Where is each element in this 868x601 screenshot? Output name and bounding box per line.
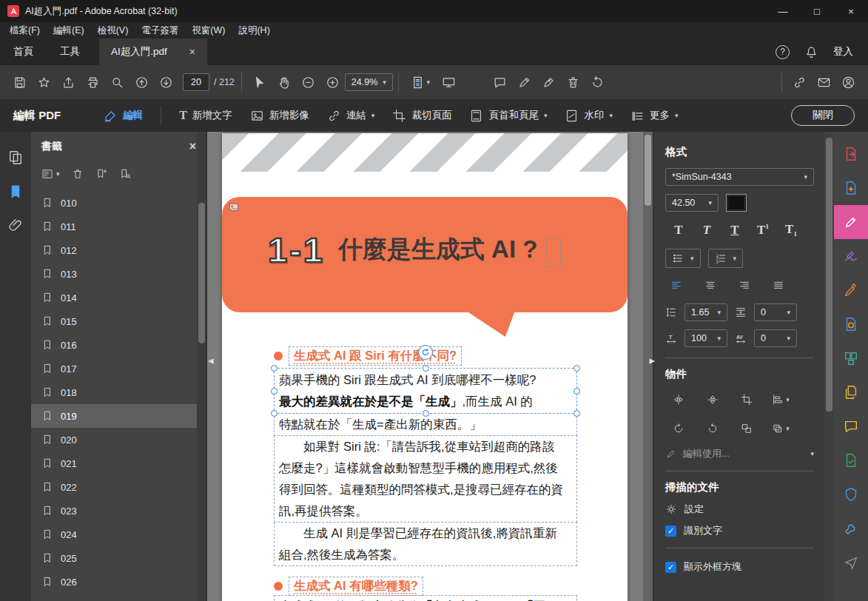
- tab-close-icon[interactable]: ×: [189, 46, 195, 58]
- bookmark-item[interactable]: 017: [31, 357, 197, 380]
- menu-edit[interactable]: 編輯(E): [47, 24, 91, 37]
- selection-handle-se[interactable]: [573, 410, 580, 417]
- font-size-dropdown[interactable]: 42.50▾: [665, 194, 719, 212]
- settings-button[interactable]: 設定: [665, 503, 814, 516]
- superscript-button[interactable]: T1: [750, 220, 776, 241]
- notifications-bell-icon[interactable]: [804, 45, 818, 59]
- selection-handle-n[interactable]: [423, 365, 429, 372]
- text-box[interactable]: 生成 AI 則是學習已經存在的資訊後,將資訊重新 組合,然後生成為答案。: [274, 522, 577, 566]
- rotate-handle[interactable]: [418, 345, 433, 360]
- text-box[interactable]: 如果對 Siri 說:「請告訴我,從車站到超商的路該 怎麼走?」這樣就會啟動智慧…: [274, 435, 577, 523]
- tool-convert-pdf[interactable]: [834, 307, 868, 341]
- rotate-left-button[interactable]: [665, 418, 692, 439]
- selection-handle-e[interactable]: [573, 388, 580, 394]
- align-right-button[interactable]: [733, 276, 756, 295]
- star-button[interactable]: [32, 70, 56, 94]
- search-button[interactable]: [105, 70, 129, 94]
- page-display-dropdown[interactable]: ▾: [404, 70, 437, 94]
- recognize-text-checkbox[interactable]: ✓ 識別文字: [665, 524, 814, 537]
- horizontal-scale-dropdown[interactable]: 100▾: [684, 329, 727, 347]
- rotate-right-button[interactable]: [699, 418, 726, 439]
- highlight-button[interactable]: [512, 70, 536, 94]
- new-bookmark-icon[interactable]: [95, 168, 107, 180]
- selection-handle-s[interactable]: [423, 410, 429, 417]
- tool-edit-pdf[interactable]: [834, 205, 868, 239]
- edit-mode-button[interactable]: 編輯: [104, 109, 143, 123]
- maximize-button[interactable]: □: [800, 0, 834, 22]
- selection-handle-nw[interactable]: [271, 365, 277, 372]
- comment-button[interactable]: [488, 70, 512, 94]
- paragraph-spacing-dropdown[interactable]: 0▾: [754, 303, 797, 321]
- hand-tool-button[interactable]: [272, 70, 296, 94]
- bookmark-item[interactable]: 023: [31, 499, 197, 523]
- collapse-bookmarks-arrow[interactable]: ◂: [208, 354, 214, 367]
- bookmark-item[interactable]: 024: [31, 523, 197, 546]
- email-button[interactable]: [812, 70, 836, 94]
- tab-document[interactable]: AI超入門.pdf ×: [99, 38, 207, 65]
- find-current-bookmark-icon[interactable]: [119, 168, 131, 180]
- menu-window[interactable]: 視窗(W): [185, 24, 232, 37]
- bookmark-item[interactable]: 010: [31, 191, 197, 215]
- tool-create-pdf[interactable]: [834, 171, 868, 205]
- menu-esign[interactable]: 電子簽署: [135, 24, 185, 37]
- numbered-list-dropdown[interactable]: 123 ▾: [708, 249, 744, 268]
- line-spacing-dropdown[interactable]: 1.65▾: [684, 303, 727, 321]
- format-panel-scrollbar[interactable]: [824, 132, 834, 601]
- show-outline-boxes-checkbox[interactable]: ✓ 顯示外框方塊: [665, 560, 814, 574]
- attachments-icon[interactable]: [7, 218, 24, 234]
- tab-tools[interactable]: 工具: [47, 38, 93, 65]
- previous-page-button[interactable]: [129, 70, 154, 94]
- bookmarks-close-icon[interactable]: ×: [189, 140, 196, 153]
- arrange-objects-dropdown[interactable]: ▾: [767, 418, 794, 439]
- bookmark-item[interactable]: 011: [31, 215, 197, 238]
- selected-text-box[interactable]: 蘋果手機的 Siri 跟生成式 AI 到底哪裡不一樣呢? 最大的差異就在於是不是…: [274, 368, 577, 414]
- bullet-list-dropdown[interactable]: ▾: [665, 249, 701, 268]
- select-tool-button[interactable]: [247, 70, 272, 94]
- bookmark-item[interactable]: 025: [31, 546, 197, 570]
- share-button[interactable]: [56, 70, 81, 94]
- tool-protect[interactable]: [834, 477, 868, 511]
- bookmarks-panel-icon[interactable]: [7, 184, 24, 200]
- tool-stamp[interactable]: [834, 443, 868, 477]
- tool-export-pdf[interactable]: [834, 137, 868, 171]
- tab-home[interactable]: 首頁: [0, 38, 47, 65]
- selection-handle-w[interactable]: [271, 388, 277, 394]
- add-text-button[interactable]: T 新增文字: [179, 109, 232, 122]
- bold-button[interactable]: T: [665, 220, 692, 241]
- bookmark-item[interactable]: 018: [31, 380, 197, 404]
- tool-comment[interactable]: [834, 409, 868, 443]
- delete-bookmark-icon[interactable]: [72, 168, 84, 180]
- replace-image-button[interactable]: [733, 418, 760, 439]
- zoom-in-button[interactable]: [320, 70, 345, 94]
- print-button[interactable]: [81, 70, 105, 94]
- bookmark-item[interactable]: 016: [31, 333, 197, 357]
- bookmark-item[interactable]: 015: [31, 309, 197, 333]
- font-family-dropdown[interactable]: *SimSun-4343▾: [665, 168, 814, 186]
- bookmark-item[interactable]: 020: [31, 428, 197, 451]
- link-menu-button[interactable]: 連結▾: [327, 109, 375, 123]
- align-center-button[interactable]: [699, 276, 721, 295]
- subscript-button[interactable]: T1: [778, 220, 804, 241]
- selection-handle-sw[interactable]: [271, 410, 277, 417]
- minimize-button[interactable]: —: [766, 0, 800, 22]
- zoom-out-button[interactable]: [296, 70, 320, 94]
- flip-horizontal-button[interactable]: [665, 389, 692, 410]
- page-thumbnails-icon[interactable]: [7, 150, 24, 166]
- menu-help[interactable]: 說明(H): [232, 24, 276, 37]
- align-justify-button[interactable]: [767, 276, 790, 295]
- italic-button[interactable]: T: [693, 220, 720, 241]
- delete-button[interactable]: [561, 70, 585, 94]
- watermark-menu-button[interactable]: 水印▾: [565, 109, 613, 123]
- bookmarks-scrollbar[interactable]: [197, 132, 206, 601]
- presentation-mode-button[interactable]: [437, 70, 461, 94]
- bookmarks-scrollbar-thumb[interactable]: [198, 203, 205, 343]
- tool-draw[interactable]: [834, 273, 868, 307]
- section-heading-2[interactable]: 生成式 AI 有哪些種類?: [274, 577, 577, 596]
- tool-organize-pages[interactable]: [834, 341, 868, 375]
- next-page-button[interactable]: [154, 70, 178, 94]
- bookmark-item[interactable]: 012: [31, 238, 197, 262]
- sign-in-button[interactable]: 登入: [833, 45, 853, 58]
- more-menu-button[interactable]: 更多▾: [630, 109, 679, 123]
- underline-button[interactable]: T: [721, 220, 748, 241]
- zoom-level-dropdown[interactable]: 24.9%▾: [345, 73, 393, 91]
